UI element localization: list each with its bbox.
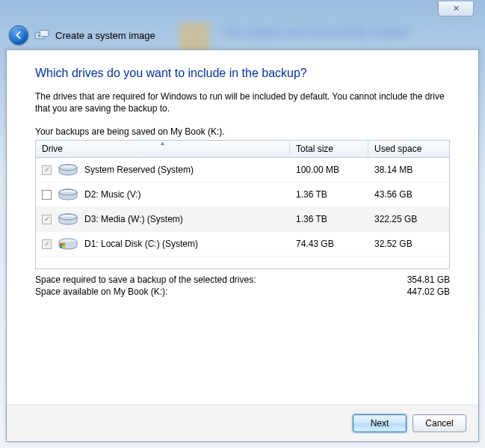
arrow-left-icon (13, 30, 24, 40)
close-button[interactable]: ✕ (438, 1, 474, 16)
table-row[interactable]: ✓D1: Local Disk (C:) (System)74.43 GB32.… (36, 232, 449, 257)
drive-label: D1: Local Disk (C:) (System) (84, 239, 198, 249)
column-header-drive[interactable]: Drive ▲ (36, 141, 290, 157)
column-header-used-space[interactable]: Used space (368, 141, 449, 157)
space-required-label: Space required to save a backup of the s… (35, 274, 256, 285)
svg-rect-13 (60, 246, 63, 249)
next-button[interactable]: Next (353, 414, 407, 432)
table-header: Drive ▲ Total size Used space (36, 141, 449, 158)
space-summary: Space required to save a backup of the s… (35, 274, 450, 298)
space-available-label: Space available on My Book (K:): (35, 286, 167, 297)
svg-point-2 (37, 34, 40, 37)
drive-total-size: 1.36 TB (290, 189, 368, 200)
svg-rect-1 (40, 31, 49, 37)
system-image-icon (34, 29, 49, 41)
svg-rect-12 (63, 243, 66, 246)
drive-label: System Reserved (System) (84, 165, 194, 175)
svg-rect-11 (60, 243, 63, 246)
drive-label: D2: Music (V:) (84, 189, 141, 200)
table-row[interactable]: D2: Music (V:)1.36 TB43.56 GB (36, 182, 449, 207)
drive-used-space: 32.52 GB (368, 239, 449, 249)
drive-checkbox: ✓ (42, 215, 52, 224)
drives-table: Drive ▲ Total size Used space ✓System Re… (35, 140, 450, 269)
svg-rect-14 (63, 246, 66, 249)
drive-total-size: 74.43 GB (290, 239, 368, 249)
close-icon: ✕ (453, 4, 460, 13)
space-available-value: 447.02 GB (407, 286, 450, 297)
hard-drive-icon (58, 162, 78, 177)
space-required-value: 354.81 GB (407, 274, 450, 285)
table-row[interactable]: ✓System Reserved (System)100.00 MB38.14 … (36, 158, 449, 182)
drive-total-size: 100.00 MB (290, 165, 368, 175)
drive-checkbox[interactable] (42, 190, 52, 200)
back-button[interactable] (9, 25, 28, 45)
drive-label: D3: Media (W:) (System) (84, 214, 183, 224)
sort-indicator-icon: ▲ (160, 140, 166, 147)
table-row[interactable]: ✓D3: Media (W:) (System)1.36 TB322.25 GB (36, 207, 449, 232)
drive-total-size: 1.36 TB (290, 214, 368, 224)
cancel-button[interactable]: Cancel (413, 414, 466, 432)
hard-drive-icon (58, 187, 78, 202)
drive-used-space: 322.25 GB (368, 214, 449, 224)
page-description: The drives that are required for Windows… (35, 90, 450, 114)
column-header-total-size[interactable]: Total size (290, 141, 368, 157)
drive-used-space: 38.14 MB (368, 165, 449, 175)
drive-checkbox: ✓ (42, 239, 52, 249)
drive-used-space: 43.56 GB (368, 189, 449, 200)
drive-checkbox: ✓ (42, 165, 52, 175)
hard-drive-icon (58, 212, 78, 227)
page-heading: Which drives do you want to include in t… (35, 67, 450, 80)
wizard-panel: Which drives do you want to include in t… (6, 49, 479, 442)
os-drive-icon (58, 236, 78, 251)
wizard-footer: Next Cancel (7, 405, 478, 441)
wizard-header: Create a system image (9, 22, 476, 48)
wizard-title: Create a system image (55, 30, 155, 41)
wizard-content: Which drives do you want to include in t… (7, 50, 478, 405)
save-location-text: Your backups are being saved on My Book … (35, 126, 450, 137)
